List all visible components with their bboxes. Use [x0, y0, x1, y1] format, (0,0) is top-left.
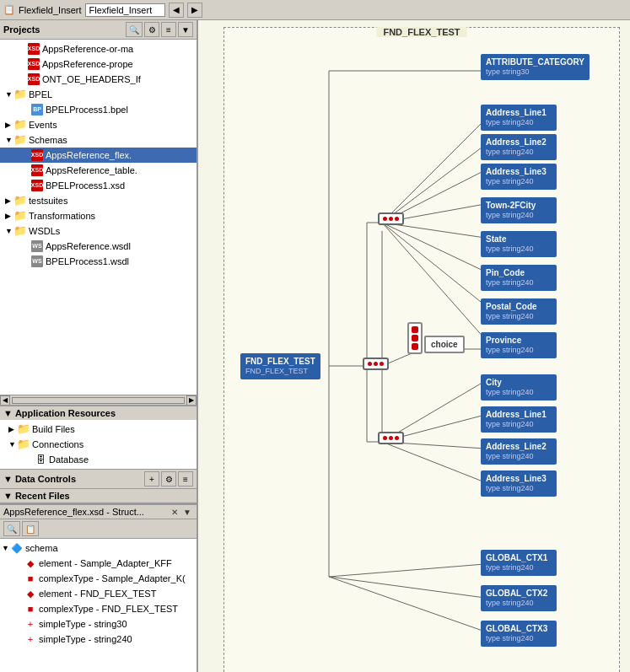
node-city[interactable]: City type string240: [481, 374, 557, 401]
struct-schema[interactable]: ▼ 🔷 schema: [0, 540, 197, 556]
tree-item-appsref-ma[interactable]: XSD AppsReference-or-ma: [0, 41, 197, 56]
tree-item-appsref-wsdl[interactable]: WS AppsReference.wsdl: [0, 239, 197, 254]
toolbar-nav-btn[interactable]: ◀: [169, 3, 184, 18]
choice-dot3: [412, 343, 418, 350]
node-pin-code[interactable]: Pin_Code type string240: [481, 265, 557, 291]
projects-new-btn[interactable]: 🔍: [126, 22, 143, 37]
data-controls-btn2[interactable]: ⚙: [161, 471, 176, 487]
right-panel[interactable]: FND_FLEX_TEST: [198, 20, 630, 672]
tree-item-build-files[interactable]: ▶ 📁 Build Files: [3, 422, 193, 437]
node-town-2fcity[interactable]: Town-2FCity type string240: [481, 197, 557, 223]
tree-item-testsuites[interactable]: ▶ 📁 testsuites: [0, 193, 197, 208]
node-global-ctx1[interactable]: GLOBAL_CTX1 type string240: [481, 550, 557, 576]
recent-files-header[interactable]: ▼ Recent Files: [0, 489, 197, 503]
simpletype-icon: +: [24, 632, 37, 646]
folder-icon: 📁: [13, 209, 27, 223]
projects-filter-btn[interactable]: ⚙: [144, 22, 159, 37]
tree-item-appsref-prope[interactable]: XSD AppsReference-prope: [0, 56, 197, 72]
tree-item-appsref-flex[interactable]: XSD AppsReference_flex.: [0, 148, 197, 163]
folder-icon: 📁: [13, 88, 27, 101]
dot1: [383, 217, 387, 221]
wsdl-icon: WS: [30, 255, 44, 268]
xsd-icon: XSD: [30, 148, 44, 162]
structure-close-btn[interactable]: ✕: [170, 508, 180, 517]
node-address-line2-b[interactable]: Address_Line2 type string240: [481, 438, 557, 465]
app-resources-title: Application Resources: [15, 408, 116, 418]
struct-element-sample[interactable]: ◆ element - Sample_Adapter_KFF: [0, 556, 197, 571]
struct-simpletype-string30[interactable]: + simpleType - string30: [0, 616, 197, 632]
node-address-line1-b[interactable]: Address_Line1 type string240: [481, 406, 557, 433]
main-node[interactable]: FND_FLEX_TEST FND_FLEX_TEST: [240, 353, 320, 379]
xsd-icon: XSD: [30, 164, 44, 177]
schema-icon: 🔷: [10, 541, 24, 555]
bpel-icon: BP: [30, 103, 44, 116]
node-address-line2-a[interactable]: Address_Line2 type string240: [481, 134, 557, 160]
db-icon: 🗄: [34, 453, 47, 466]
structure-tree[interactable]: ▼ 🔷 schema ◆ element - Sample_Adapter_KF…: [0, 539, 197, 672]
structure-menu-btn[interactable]: ▼: [181, 508, 193, 517]
node-address-line3-b[interactable]: Address_Line3 type string240: [481, 470, 557, 497]
toggle[interactable]: ▼: [8, 438, 17, 451]
toggle-wsdls[interactable]: ▼: [5, 224, 13, 238]
main-connector[interactable]: [363, 358, 389, 370]
tree-item-appsref-table[interactable]: XSD AppsReference_table.: [0, 163, 197, 178]
folder-icon: 📁: [13, 133, 27, 147]
tree-item-transformations[interactable]: ▶ 📁 Transformations: [0, 208, 197, 223]
toggle-transformations[interactable]: ▶: [5, 209, 13, 223]
toggle-schemas[interactable]: ▼: [5, 133, 13, 147]
choice-node-container[interactable]: [407, 322, 423, 354]
projects-menu-btn[interactable]: ≡: [161, 22, 176, 37]
tree-item-bpelprocess1[interactable]: BP BPELProcess1.bpel: [0, 102, 197, 117]
tree-item-ont-oe[interactable]: XSD ONT_OE_HEADERS_If: [0, 72, 197, 87]
app-resources-header[interactable]: ▼ Application Resources: [0, 406, 197, 420]
tree-item-bpelprocess1-xsd[interactable]: XSD BPELProcess1.xsd: [0, 178, 197, 193]
tree-item-connections[interactable]: ▼ 📁 Connections: [3, 437, 193, 452]
group2-connector[interactable]: [378, 432, 404, 444]
node-postal-code[interactable]: Postal_Code type string240: [481, 298, 557, 325]
collapse-icon: ▼: [3, 474, 13, 484]
node-state[interactable]: State type string240: [481, 231, 557, 257]
toolbar-nav-btn2[interactable]: ▶: [187, 3, 202, 18]
xsd-icon: XSD: [27, 42, 40, 56]
node-province[interactable]: Province type string240: [481, 332, 557, 358]
tree-item-database[interactable]: 🗄 Database: [3, 452, 193, 467]
scroll-left-btn[interactable]: ◀: [0, 395, 10, 406]
struct-simpletype-string240[interactable]: + simpleType - string240: [0, 632, 197, 647]
toggle[interactable]: ▶: [8, 422, 17, 436]
tree-item-wsdls[interactable]: ▼ 📁 WSDLs: [0, 223, 197, 239]
struct-btn2[interactable]: 📋: [22, 521, 39, 536]
app-resources-pane: ▼ Application Resources ▶ 📁 Build Files …: [0, 406, 197, 470]
struct-complextype-fnd[interactable]: ■ complexType - FND_FLEX_TEST: [0, 601, 197, 616]
node-attribute-category[interactable]: ATTRIBUTE_CATEGORY type string30: [481, 54, 590, 80]
struct-element-fnd[interactable]: ◆ element - FND_FLEX_TEST: [0, 586, 197, 601]
toggle[interactable]: ▼: [2, 541, 10, 555]
node-global-ctx2[interactable]: GLOBAL_CTX2 type string240: [481, 585, 557, 611]
projects-tree[interactable]: XSD AppsReference-or-ma XSD AppsReferenc…: [0, 40, 197, 395]
diagram-canvas: FND_FLEX_TEST: [198, 20, 630, 672]
tree-item-events[interactable]: ▶ 📁 Events: [0, 117, 197, 132]
dot2: [389, 217, 393, 221]
node-address-line1-a[interactable]: Address_Line1 type string240: [481, 105, 557, 131]
struct-btn1[interactable]: 🔍: [3, 521, 20, 536]
scroll-right-btn[interactable]: ▶: [186, 395, 197, 406]
group1-connector[interactable]: [378, 212, 404, 225]
data-controls-btn1[interactable]: +: [144, 471, 159, 487]
toolbar-dropdown[interactable]: Flexfield_Insert: [85, 3, 165, 17]
tree-item-bpel[interactable]: ▼ 📁 BPEL: [0, 87, 197, 102]
node-address-line3-a[interactable]: Address_Line3 type string240: [481, 164, 557, 190]
bottom-section: ▼ Application Resources ▶ 📁 Build Files …: [0, 405, 197, 503]
simpletype-icon: +: [24, 617, 37, 631]
tree-item-bpelprocess1-wsdl[interactable]: WS BPELProcess1.wsdl: [0, 254, 197, 269]
data-controls-title: Data Controls: [15, 474, 76, 484]
data-controls-header[interactable]: ▼ Data Controls + ⚙ ≡: [0, 470, 197, 488]
node-global-ctx3[interactable]: GLOBAL_CTX3 type string240: [481, 621, 557, 647]
toggle-events[interactable]: ▶: [5, 118, 13, 132]
choice-label[interactable]: choice: [424, 336, 465, 353]
toggle-testsuites[interactable]: ▶: [5, 194, 13, 207]
toggle-bpel[interactable]: ▼: [5, 88, 13, 101]
tree-item-schemas[interactable]: ▼ 📁 Schemas: [0, 132, 197, 148]
xsd-icon: XSD: [27, 57, 40, 71]
projects-more-btn[interactable]: ▼: [178, 22, 193, 37]
data-controls-btn3[interactable]: ≡: [178, 471, 193, 487]
struct-complextype-sample[interactable]: ■ complexType - Sample_Adapter_K(: [0, 571, 197, 586]
